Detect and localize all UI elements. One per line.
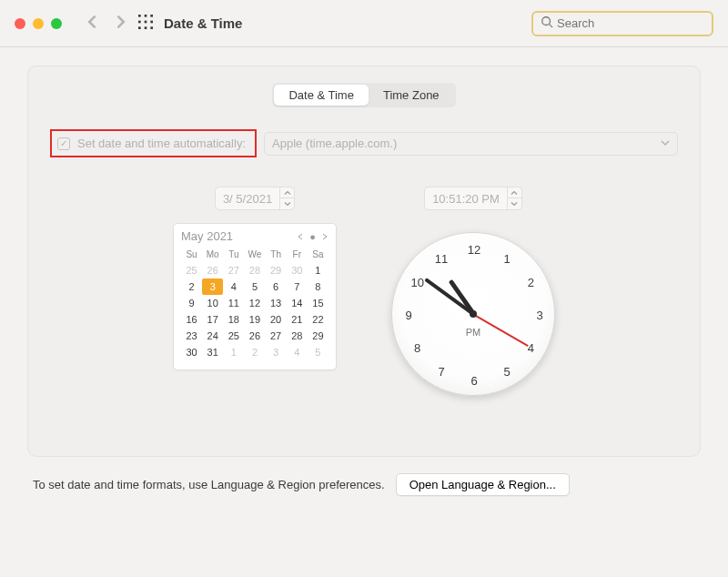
calendar-day[interactable]: 30 [287,262,308,278]
window-controls [15,18,62,29]
minimize-window-button[interactable] [33,18,44,29]
calendar-day[interactable]: 19 [244,311,265,328]
clock-number: 9 [405,309,411,322]
calendar-day[interactable]: 25 [181,262,202,278]
calendar-day[interactable]: 18 [223,311,244,328]
calendar-day[interactable]: 9 [181,295,202,311]
close-window-button[interactable] [15,18,25,29]
clock-number: 10 [410,276,423,289]
calendar-day[interactable]: 10 [202,295,223,311]
calendar-day[interactable]: 2 [181,278,202,295]
calendar-day[interactable]: 24 [202,328,223,344]
search-field[interactable] [531,11,713,36]
calendar-day[interactable]: 21 [287,311,308,328]
forward-button[interactable] [115,15,127,32]
calendar-next[interactable] [321,231,329,242]
auto-checkbox[interactable]: ✓ [57,137,70,150]
footer-text: To set date and time formats, use Langua… [33,478,385,491]
clock-number: 1 [503,251,510,265]
calendar-day[interactable]: 4 [223,278,244,295]
back-button[interactable] [86,15,98,32]
calendar-day[interactable]: 31 [202,344,223,360]
calendar-day[interactable]: 26 [202,262,223,278]
calendar-day[interactable]: 1 [223,344,244,360]
calendar-day[interactable]: 13 [266,295,287,311]
chevron-down-icon [661,137,670,150]
tab-date-time[interactable]: Date & Time [274,85,369,106]
calendar-title: May 2021 [181,229,233,243]
zoom-window-button[interactable] [51,18,62,29]
time-server-dropdown[interactable]: Apple (time.apple.com.) [264,132,678,156]
calendar-day[interactable]: 2 [244,344,265,360]
calendar-day[interactable]: 30 [181,344,202,360]
calendar-day[interactable]: 26 [244,328,265,344]
calendar-day[interactable]: 12 [244,295,265,311]
time-step-up[interactable] [508,187,521,198]
clock-number: 12 [468,243,480,257]
calendar-day[interactable]: 3 [266,344,287,360]
calendar-day[interactable]: 3 [202,278,223,295]
date-step-up[interactable] [280,187,294,198]
time-step-down[interactable] [508,198,521,209]
columns: 3/ 5/2021 May 2021 ● [50,187,678,396]
clock-number: 11 [435,251,448,265]
calendar-day[interactable]: 29 [308,328,329,344]
calendar-day[interactable]: 25 [223,328,244,344]
calendar-day[interactable]: 16 [181,311,202,328]
calendar-day[interactable]: 27 [223,262,244,278]
calendar-day-header: Th [266,247,287,262]
auto-row: ✓ Set date and time automatically: Apple… [50,129,678,157]
calendar-day[interactable]: 28 [287,328,308,344]
tab-bar: Date & Time Time Zone [50,83,678,107]
clock-number: 8 [414,341,420,355]
calendar-day[interactable]: 11 [223,295,244,311]
svg-rect-8 [150,26,153,29]
calendar-day[interactable]: 17 [202,311,223,328]
show-all-button[interactable] [138,15,153,33]
calendar-day[interactable]: 22 [308,311,329,328]
svg-rect-7 [145,26,147,29]
titlebar: Date & Time [0,0,728,47]
date-step-down[interactable] [280,198,294,209]
calendar-day[interactable]: 5 [308,344,329,360]
calendar-day[interactable]: 6 [266,278,287,295]
calendar[interactable]: May 2021 ● SuMoTuWeThFrSa252627282930123… [173,223,337,370]
calendar-day-header: Tu [223,247,244,262]
calendar-day[interactable]: 7 [287,278,308,295]
clock-number: 5 [503,365,510,379]
content: Date & Time Time Zone ✓ Set date and tim… [0,47,728,514]
svg-rect-3 [138,20,141,23]
clock-number: 2 [528,276,534,289]
calendar-day[interactable]: 20 [266,311,287,328]
calendar-day[interactable]: 1 [308,262,329,278]
svg-rect-0 [138,15,141,17]
calendar-day-header: Fr [287,247,308,262]
svg-rect-2 [150,15,153,17]
window-title: Date & Time [164,15,242,31]
calendar-day[interactable]: 5 [244,278,265,295]
calendar-day-header: Sa [308,247,329,262]
analog-clock: PM 121234567891011 [391,232,555,396]
calendar-day[interactable]: 29 [266,262,287,278]
search-input[interactable] [557,16,710,30]
calendar-day[interactable]: 4 [287,344,308,360]
calendar-day[interactable]: 28 [244,262,265,278]
svg-rect-4 [145,20,147,23]
open-language-region-button[interactable]: Open Language & Region... [396,473,570,496]
date-stepper[interactable]: 3/ 5/2021 [215,187,295,210]
calendar-prev[interactable] [297,231,304,242]
calendar-day[interactable]: 8 [308,278,329,295]
date-column: 3/ 5/2021 May 2021 ● [173,187,337,396]
calendar-day[interactable]: 15 [308,295,329,311]
calendar-day[interactable]: 27 [266,328,287,344]
clock-number: 3 [536,309,542,322]
calendar-day[interactable]: 23 [181,328,202,344]
svg-rect-1 [145,15,147,17]
svg-point-9 [542,16,551,25]
calendar-today[interactable]: ● [309,231,316,242]
time-stepper[interactable]: 10:51:20 PM [424,187,522,210]
calendar-day[interactable]: 14 [287,295,308,311]
svg-rect-5 [150,20,153,23]
tab-time-zone[interactable]: Time Zone [369,85,454,106]
calendar-grid: SuMoTuWeThFrSa25262728293012345678910111… [181,247,329,360]
